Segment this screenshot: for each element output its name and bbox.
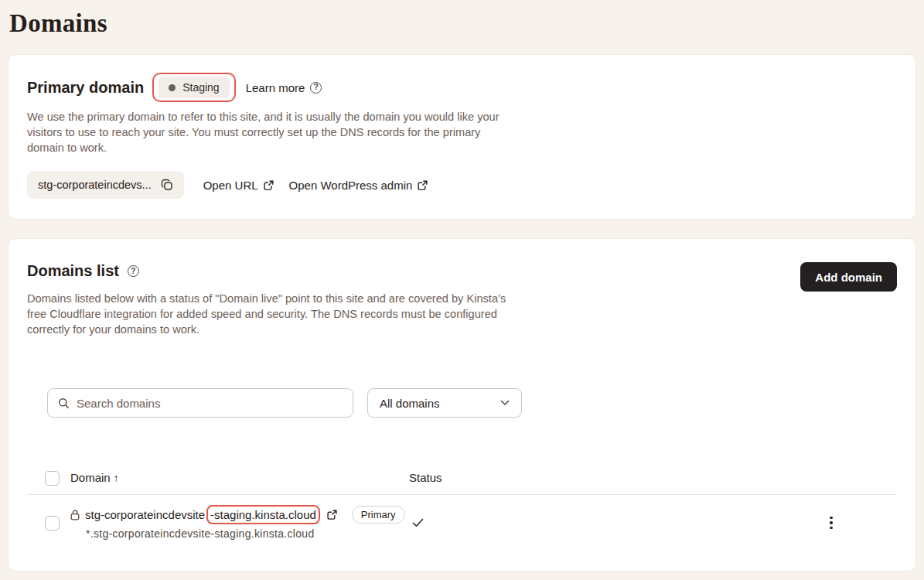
lock-icon	[70, 510, 80, 520]
domains-list-header-left: Domains list Domains listed below with a…	[27, 262, 518, 337]
help-icon[interactable]	[128, 265, 139, 277]
search-icon	[58, 397, 70, 409]
help-icon	[310, 82, 322, 94]
domain-column-header[interactable]: Domain↑	[70, 471, 409, 485]
domains-list-header: Domains list Domains listed below with a…	[27, 262, 897, 337]
domains-table: Domain↑ Status	[27, 462, 897, 554]
staging-badge: Staging	[159, 77, 229, 98]
page-title: Domains	[9, 9, 916, 38]
row-checkbox[interactable]	[45, 516, 60, 531]
primary-badge: Primary	[352, 506, 405, 524]
staging-dot-icon	[169, 84, 176, 91]
domain-name-highlight: -staging.kinsta.cloud	[210, 508, 316, 521]
primary-domain-chip-value: stg-corporateincdevs...	[38, 179, 152, 191]
search-domains-input[interactable]	[77, 397, 343, 410]
primary-domain-description: We use the primary domain to refer to th…	[27, 109, 518, 155]
domain-name-highlight-text: -staging.kinsta.cloud	[210, 508, 316, 521]
kebab-menu-button[interactable]	[825, 513, 837, 533]
learn-more-link[interactable]: Learn more	[246, 81, 322, 94]
primary-domain-chip[interactable]: stg-corporateincdevs...	[27, 171, 184, 199]
table-controls: All domains	[47, 388, 897, 418]
domain-name-prefix: stg-corporateincdevsite	[85, 508, 205, 521]
domain-filter-selected-value: All domains	[380, 397, 440, 410]
primary-domain-header: Primary domain Staging Learn more	[27, 77, 897, 98]
external-link-icon	[327, 510, 337, 520]
open-url-label: Open URL	[203, 179, 258, 192]
status-column-header: Status	[409, 471, 823, 485]
domain-column-label: Domain	[70, 471, 111, 484]
external-link-icon	[418, 180, 428, 190]
check-icon	[412, 518, 823, 527]
copy-icon[interactable]	[161, 179, 173, 191]
domains-list-title: Domains list	[27, 262, 119, 280]
learn-more-label: Learn more	[246, 81, 305, 94]
domains-list-card: Domains list Domains listed below with a…	[8, 238, 916, 571]
primary-domain-card: Primary domain Staging Learn more We use…	[8, 54, 916, 220]
open-wordpress-admin-link[interactable]: Open WordPress admin	[289, 179, 428, 192]
open-wordpress-admin-label: Open WordPress admin	[289, 179, 413, 192]
domain-primary-line: stg-corporateincdevsite-staging.kinsta.c…	[70, 506, 409, 524]
search-domains-box[interactable]	[47, 388, 353, 418]
domains-list-title-row: Domains list	[27, 262, 518, 280]
primary-domain-title: Primary domain	[27, 79, 144, 97]
select-all-checkbox[interactable]	[45, 471, 60, 486]
sort-ascending-icon: ↑	[114, 472, 119, 484]
wildcard-domain: *.stg-corporateincdevsite-staging.kinsta…	[86, 527, 409, 540]
open-domain-link[interactable]	[327, 510, 337, 520]
status-cell	[409, 518, 823, 527]
domains-table-header: Domain↑ Status	[27, 462, 897, 495]
domains-list-description: Domains listed below with a status of "D…	[27, 291, 518, 337]
row-actions	[823, 513, 839, 533]
status-column-label: Status	[409, 471, 442, 484]
chevron-down-icon	[500, 400, 510, 406]
primary-domain-actions: stg-corporateincdevs... Open URL Open Wo…	[27, 171, 897, 199]
table-row: stg-corporateincdevsite-staging.kinsta.c…	[27, 495, 897, 554]
domain-filter-select[interactable]: All domains	[367, 388, 522, 418]
domain-cell: stg-corporateincdevsite-staging.kinsta.c…	[70, 506, 409, 540]
staging-badge-label: Staging	[182, 81, 219, 94]
add-domain-button[interactable]: Add domain	[800, 262, 897, 292]
domains-page: Domains Primary domain Staging Learn mor…	[8, 9, 916, 571]
open-url-link[interactable]: Open URL	[203, 179, 274, 192]
external-link-icon	[264, 180, 274, 190]
